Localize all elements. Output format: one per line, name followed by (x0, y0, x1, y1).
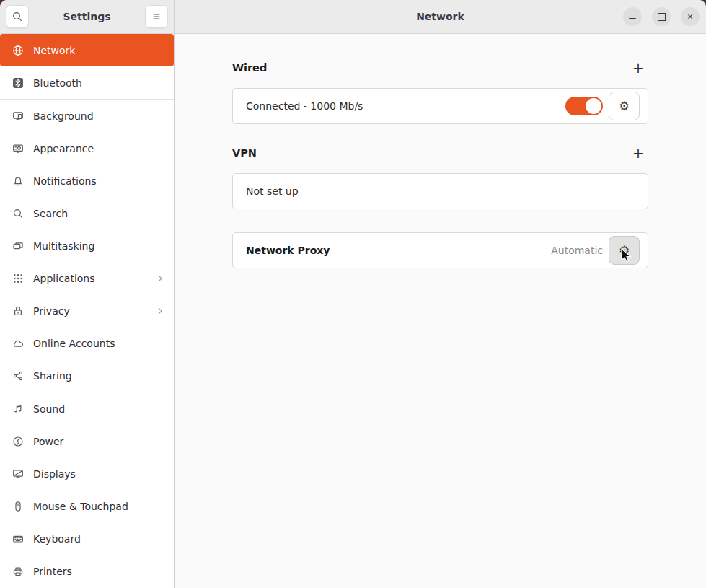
search-button[interactable] (6, 5, 29, 28)
wired-toggle[interactable] (565, 97, 603, 115)
sidebar-item-appearance[interactable]: Appearance (0, 132, 174, 164)
sidebar-item-online-accounts[interactable]: Online Accounts (0, 327, 174, 359)
search-icon (12, 208, 24, 219)
sidebar-item-label: Multitasking (33, 240, 94, 252)
sidebar-item-keyboard[interactable]: Keyboard (0, 522, 174, 555)
gear-icon: ⚙ (619, 99, 630, 113)
sidebar-item-label: Sharing (33, 370, 72, 382)
display-icon (12, 468, 24, 480)
vpn-row[interactable]: Not set up (232, 173, 648, 209)
sidebar: Network Bluetooth Background Appearance … (0, 34, 175, 588)
chevron-right-icon (155, 306, 165, 316)
network-panel: Wired + Connected - 1000 Mb/s ⚙ VPN + No… (175, 34, 706, 588)
gear-icon: ⚙ (619, 243, 630, 258)
headerbar: Settings Network × (0, 0, 706, 34)
close-button[interactable]: × (681, 7, 700, 26)
wired-section-header: Wired + (232, 59, 648, 76)
multitasking-icon (12, 240, 24, 252)
window-controls: × (623, 7, 700, 26)
proxy-value: Automatic (551, 245, 603, 256)
content-headerbar: Network × (175, 0, 706, 33)
bluetooth-icon (12, 77, 24, 89)
sidebar-item-notifications[interactable]: Notifications (0, 164, 174, 197)
settings-window: Settings Network × Network Bluetooth (0, 0, 706, 588)
sidebar-headerbar: Settings (0, 0, 175, 33)
background-icon (12, 110, 24, 122)
sidebar-item-label: Online Accounts (33, 338, 115, 349)
maximize-icon (658, 13, 666, 21)
power-icon (12, 436, 24, 447)
sidebar-item-power[interactable]: Power (0, 425, 174, 457)
apps-grid-icon (12, 273, 24, 284)
sidebar-item-mouse-touchpad[interactable]: Mouse & Touchpad (0, 490, 174, 522)
lock-icon (12, 305, 24, 317)
minimize-icon (629, 18, 636, 19)
menu-button[interactable] (145, 5, 168, 28)
toggle-knob (586, 98, 601, 114)
sound-icon (12, 403, 24, 415)
sidebar-item-bluetooth[interactable]: Bluetooth (0, 66, 174, 99)
sidebar-item-background[interactable]: Background (0, 100, 174, 132)
vpn-heading: VPN (232, 147, 257, 159)
sidebar-item-network[interactable]: Network (0, 34, 174, 66)
cloud-icon (12, 338, 24, 349)
proxy-settings-button[interactable]: ⚙ (609, 236, 640, 265)
minimize-button[interactable] (623, 7, 642, 26)
sidebar-item-label: Background (33, 110, 94, 122)
bell-icon (12, 175, 24, 187)
share-icon (12, 370, 24, 382)
sidebar-item-label: Mouse & Touchpad (33, 501, 128, 512)
sidebar-item-multitasking[interactable]: Multitasking (0, 229, 174, 262)
sidebar-title: Settings (63, 11, 110, 22)
sidebar-item-label: Sound (33, 403, 65, 415)
mouse-icon (12, 501, 24, 512)
sidebar-item-privacy[interactable]: Privacy (0, 294, 174, 327)
sidebar-item-label: Keyboard (33, 533, 81, 545)
search-icon (12, 11, 23, 22)
sidebar-item-sound[interactable]: Sound (0, 392, 174, 425)
sidebar-item-label: Printers (33, 566, 72, 577)
sidebar-item-label: Appearance (33, 143, 94, 154)
sidebar-item-label: Notifications (33, 175, 97, 187)
network-proxy-row[interactable]: Network Proxy Automatic ⚙ (232, 232, 648, 268)
printer-icon (12, 566, 24, 577)
sidebar-item-label: Power (33, 436, 63, 447)
wired-connection-row[interactable]: Connected - 1000 Mb/s ⚙ (232, 88, 648, 124)
sidebar-item-sharing[interactable]: Sharing (0, 359, 174, 392)
sidebar-item-displays[interactable]: Displays (0, 457, 174, 490)
chevron-right-icon (155, 273, 165, 284)
sidebar-item-search[interactable]: Search (0, 197, 174, 229)
wired-heading: Wired (232, 62, 267, 74)
keyboard-icon (12, 533, 24, 545)
proxy-title: Network Proxy (246, 245, 330, 256)
wired-settings-button[interactable]: ⚙ (609, 92, 640, 120)
sidebar-item-label: Search (33, 208, 68, 219)
sidebar-item-applications[interactable]: Applications (0, 262, 174, 294)
vpn-section-header: VPN + (232, 144, 648, 162)
vpn-status: Not set up (246, 185, 299, 197)
sidebar-item-label: Bluetooth (33, 77, 82, 89)
sidebar-item-printers[interactable]: Printers (0, 555, 174, 587)
sidebar-item-label: Applications (33, 273, 95, 284)
page-title: Network (416, 11, 464, 22)
add-wired-connection-button[interactable]: + (628, 59, 648, 76)
sidebar-item-label: Displays (33, 468, 76, 480)
appearance-icon (12, 143, 24, 154)
close-icon: × (687, 12, 693, 22)
maximize-button[interactable] (652, 7, 671, 26)
sidebar-item-label: Privacy (33, 305, 70, 317)
hamburger-icon (151, 11, 162, 22)
add-vpn-button[interactable]: + (628, 144, 648, 162)
wired-status: Connected - 1000 Mb/s (246, 100, 363, 112)
sidebar-item-label: Network (33, 45, 75, 56)
globe-icon (12, 45, 24, 56)
